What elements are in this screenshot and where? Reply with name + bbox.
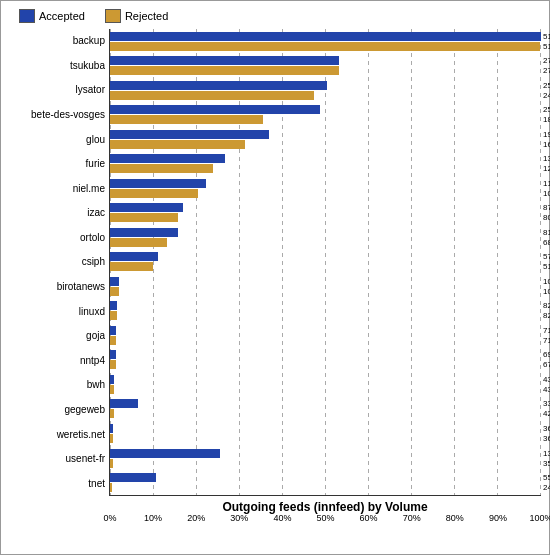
y-label-tnet: tnet bbox=[9, 478, 105, 490]
bar-accepted-bete-des-vosges: 25148633 bbox=[110, 105, 541, 114]
y-label-bete-des-vosges: bete-des-vosges bbox=[9, 109, 105, 121]
bar-rejected-furie: 12261060 bbox=[110, 164, 541, 173]
bar-row-niel.me: 1141985310549715 bbox=[110, 179, 541, 198]
bar-label-accepted-tnet: 5521798 bbox=[543, 473, 550, 482]
bar-label-rejected-ortolo: 6801811 bbox=[543, 238, 550, 247]
x-tick-1: 10% bbox=[144, 513, 162, 523]
bar-row-lysator: 2590648524377736 bbox=[110, 81, 541, 100]
bar-rejected-gegeweb: 420467 bbox=[110, 409, 541, 418]
bar-label-accepted-usenet-fr: 13110348 bbox=[543, 449, 550, 458]
x-tick-3: 30% bbox=[230, 513, 248, 523]
y-label-linuxd: linuxd bbox=[9, 306, 105, 318]
y-label-nntp4: nntp4 bbox=[9, 355, 105, 367]
bar-accepted-niel.me: 11419853 bbox=[110, 179, 541, 188]
bar-rejected-csiph: 5113260 bbox=[110, 262, 541, 271]
legend-accepted: Accepted bbox=[19, 9, 85, 23]
bar-row-bwh: 432326432326 bbox=[110, 375, 541, 394]
bar-accepted-furie: 13762833 bbox=[110, 154, 541, 163]
bar-rejected-backup: 51393556 bbox=[110, 42, 541, 51]
y-label-tsukuba: tsukuba bbox=[9, 60, 105, 72]
y-label-usenet-fr: usenet-fr bbox=[9, 453, 105, 465]
bar-label-rejected-csiph: 5113260 bbox=[543, 262, 550, 271]
bar-rejected-bete-des-vosges: 18282292 bbox=[110, 115, 541, 124]
bar-row-furie: 1376283312261060 bbox=[110, 154, 541, 173]
y-label-izac: izac bbox=[9, 207, 105, 219]
bar-row-csiph: 57023305113260 bbox=[110, 252, 541, 271]
bar-label-rejected-bwh: 432326 bbox=[543, 385, 550, 394]
y-label-niel.me: niel.me bbox=[9, 183, 105, 195]
bar-accepted-backup: 51527863 bbox=[110, 32, 541, 41]
y-label-ortolo: ortolo bbox=[9, 232, 105, 244]
bar-label-rejected-gegeweb: 420467 bbox=[543, 409, 550, 418]
bar-label-accepted-nntp4: 695625 bbox=[543, 350, 550, 359]
bar-row-goja: 714684714684 bbox=[110, 326, 541, 345]
bar-label-rejected-tsukuba: 27344954 bbox=[543, 66, 550, 75]
bar-rejected-izac: 8099741 bbox=[110, 213, 541, 222]
chart-container: Accepted Rejected backuptsukubalysatorbe… bbox=[0, 0, 550, 555]
bar-accepted-goja: 714684 bbox=[110, 326, 541, 335]
x-tick-2: 20% bbox=[187, 513, 205, 523]
legend-rejected: Rejected bbox=[105, 9, 168, 23]
bar-rejected-nntp4: 679906 bbox=[110, 360, 541, 369]
bar-rejected-weretis.net: 361056 bbox=[110, 434, 541, 443]
bar-label-accepted-gegeweb: 3305992 bbox=[543, 399, 550, 408]
bars-grid: 5152786351393556273449542734495425906485… bbox=[109, 29, 541, 496]
bar-row-weretis.net: 361056361056 bbox=[110, 424, 541, 443]
x-tick-8: 80% bbox=[446, 513, 464, 523]
bar-row-linuxd: 823670823670 bbox=[110, 301, 541, 320]
bar-rejected-glou: 16086508 bbox=[110, 140, 541, 149]
bar-label-accepted-lysator: 25906485 bbox=[543, 81, 550, 90]
bar-label-rejected-backup: 51393556 bbox=[543, 42, 550, 51]
bar-accepted-nntp4: 695625 bbox=[110, 350, 541, 359]
chart-area: backuptsukubalysatorbete-des-vosgesglouf… bbox=[9, 29, 541, 496]
bar-row-backup: 5152786351393556 bbox=[110, 32, 541, 51]
bar-label-accepted-weretis.net: 361056 bbox=[543, 424, 550, 433]
bar-row-ortolo: 81160726801811 bbox=[110, 228, 541, 247]
rejected-swatch bbox=[105, 9, 121, 23]
y-label-lysator: lysator bbox=[9, 84, 105, 96]
bar-label-rejected-izac: 8099741 bbox=[543, 213, 550, 222]
bar-rejected-usenet-fr: 356888 bbox=[110, 459, 541, 468]
bar-label-accepted-bwh: 432326 bbox=[543, 375, 550, 384]
bar-accepted-csiph: 5702330 bbox=[110, 252, 541, 261]
bar-row-usenet-fr: 13110348356888 bbox=[110, 449, 541, 468]
bar-rejected-goja: 714684 bbox=[110, 336, 541, 345]
bar-rejected-ortolo: 6801811 bbox=[110, 238, 541, 247]
y-label-goja: goja bbox=[9, 330, 105, 342]
y-label-birotanews: birotanews bbox=[9, 281, 105, 293]
x-tick-9: 90% bbox=[489, 513, 507, 523]
x-tick-4: 40% bbox=[273, 513, 291, 523]
accepted-swatch bbox=[19, 9, 35, 23]
bar-label-rejected-furie: 12261060 bbox=[543, 164, 550, 173]
accepted-label: Accepted bbox=[39, 10, 85, 22]
bar-accepted-lysator: 25906485 bbox=[110, 81, 541, 90]
bar-label-rejected-glou: 16086508 bbox=[543, 140, 550, 149]
bar-row-tsukuba: 2734495427344954 bbox=[110, 56, 541, 75]
bar-label-rejected-bete-des-vosges: 18282292 bbox=[543, 115, 550, 124]
bar-accepted-usenet-fr: 13110348 bbox=[110, 449, 541, 458]
bar-accepted-tsukuba: 27344954 bbox=[110, 56, 541, 65]
bar-accepted-glou: 19016941 bbox=[110, 130, 541, 139]
x-tick-6: 60% bbox=[360, 513, 378, 523]
x-tick-10: 100% bbox=[529, 513, 550, 523]
bar-label-accepted-ortolo: 8116072 bbox=[543, 228, 550, 237]
bar-rejected-linuxd: 823670 bbox=[110, 311, 541, 320]
bar-label-rejected-niel.me: 10549715 bbox=[543, 189, 550, 198]
bar-rejected-birotanews: 1027238 bbox=[110, 287, 541, 296]
legend: Accepted Rejected bbox=[9, 9, 541, 23]
bar-label-accepted-bete-des-vosges: 25148633 bbox=[543, 105, 550, 114]
x-axis-title: Outgoing feeds (innfeed) by Volume bbox=[9, 500, 541, 514]
y-label-bwh: bwh bbox=[9, 379, 105, 391]
bar-label-rejected-goja: 714684 bbox=[543, 336, 550, 345]
bar-label-accepted-tsukuba: 27344954 bbox=[543, 56, 550, 65]
bar-accepted-linuxd: 823670 bbox=[110, 301, 541, 310]
bar-rejected-bwh: 432326 bbox=[110, 385, 541, 394]
bar-row-glou: 1901694116086508 bbox=[110, 130, 541, 149]
x-tick-5: 50% bbox=[316, 513, 334, 523]
y-label-gegeweb: gegeweb bbox=[9, 404, 105, 416]
bar-rejected-tnet: 242948 bbox=[110, 483, 541, 492]
bar-label-rejected-nntp4: 679906 bbox=[543, 360, 550, 369]
bar-label-rejected-birotanews: 1027238 bbox=[543, 287, 550, 296]
bar-row-gegeweb: 3305992420467 bbox=[110, 399, 541, 418]
bar-rejected-tsukuba: 27344954 bbox=[110, 66, 541, 75]
